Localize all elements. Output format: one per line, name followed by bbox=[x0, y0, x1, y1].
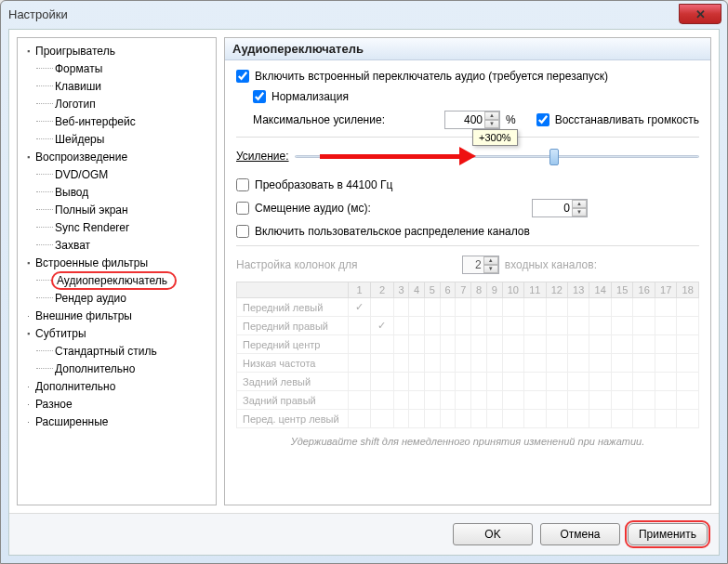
channel-cell bbox=[349, 373, 371, 391]
expander-icon[interactable]: ▪ bbox=[23, 151, 33, 162]
channel-cell bbox=[524, 335, 546, 354]
tree-item[interactable]: DVD/OGM bbox=[20, 165, 214, 183]
slider-thumb[interactable] bbox=[549, 149, 559, 165]
tree-connector bbox=[36, 227, 53, 228]
channel-name: Перед. центр левый bbox=[237, 410, 349, 428]
tree-item-label: Sync Renderer bbox=[55, 221, 129, 234]
tree-item[interactable]: Логотип bbox=[20, 95, 214, 112]
channel-cell bbox=[471, 391, 487, 410]
channel-col-header: 9 bbox=[486, 282, 502, 298]
enable-builtin-checkbox[interactable] bbox=[236, 70, 249, 83]
channel-cell bbox=[611, 298, 632, 317]
channel-cell bbox=[633, 410, 655, 428]
normalization-label: Нормализация bbox=[271, 90, 349, 103]
settings-panel: Аудиопереключатель Включить встроенный п… bbox=[224, 37, 711, 505]
max-gain-input-wrap: ▲▼ bbox=[444, 111, 500, 129]
tree-item[interactable]: Дополнительно bbox=[20, 360, 214, 377]
tree-item-label: Логотип bbox=[55, 98, 96, 111]
restore-volume-label: Восстанавливать громкость bbox=[555, 113, 699, 126]
gain-slider[interactable] bbox=[295, 147, 699, 165]
channel-cell bbox=[568, 335, 589, 354]
channel-cell bbox=[524, 317, 546, 335]
tree-item[interactable]: Sync Renderer bbox=[20, 218, 214, 236]
normalization-checkbox[interactable] bbox=[253, 90, 266, 103]
settings-window: Настройки ✕ ▪ПроигрывательФорматыКлавиши… bbox=[0, 0, 728, 564]
channel-cell bbox=[677, 317, 699, 335]
custom-channels-checkbox[interactable] bbox=[236, 225, 249, 238]
cancel-button[interactable]: Отмена bbox=[540, 523, 620, 545]
channel-cell bbox=[486, 317, 502, 335]
channel-cell bbox=[633, 354, 655, 373]
ok-button[interactable]: OK bbox=[453, 523, 533, 545]
channel-cell bbox=[371, 298, 393, 317]
tree-item[interactable]: Захват bbox=[20, 236, 214, 254]
enable-builtin-label: Включить встроенный переключатель аудио … bbox=[255, 70, 608, 83]
channel-cell bbox=[546, 317, 567, 335]
tree-item[interactable]: ▪Субтитры bbox=[20, 324, 214, 342]
tree-item[interactable]: Клавиши bbox=[20, 77, 214, 95]
convert-44100-checkbox[interactable] bbox=[236, 178, 249, 191]
expander-icon[interactable]: ▪ bbox=[23, 46, 33, 56]
channel-cell bbox=[502, 391, 523, 410]
max-gain-spinner[interactable]: ▲▼ bbox=[484, 111, 499, 128]
audio-offset-spinner[interactable]: ▲▼ bbox=[572, 200, 587, 216]
audio-offset-checkbox[interactable] bbox=[236, 202, 249, 215]
channel-cell bbox=[371, 373, 393, 391]
channel-cell bbox=[589, 410, 611, 428]
channel-cell bbox=[677, 410, 699, 428]
tree-item[interactable]: ▪Воспроизведение bbox=[20, 148, 214, 165]
channel-cell bbox=[349, 335, 371, 354]
tree-connector bbox=[36, 138, 53, 139]
channel-cell bbox=[568, 373, 589, 391]
channel-cell bbox=[611, 317, 632, 335]
titlebar[interactable]: Настройки ✕ bbox=[1, 1, 727, 27]
settings-tree[interactable]: ▪ПроигрывательФорматыКлавишиЛоготипВеб-и… bbox=[17, 37, 217, 505]
tree-item-label: DVD/OGM bbox=[55, 168, 108, 181]
tree-item[interactable]: Аудиопереключатель bbox=[20, 271, 214, 289]
channel-cell bbox=[371, 354, 393, 373]
close-icon: ✕ bbox=[695, 7, 706, 21]
apply-button[interactable]: Применить bbox=[628, 523, 708, 545]
channel-cell bbox=[502, 298, 523, 317]
tree-item[interactable]: ·Разное bbox=[20, 395, 214, 413]
expander-icon[interactable]: · bbox=[23, 399, 33, 409]
tree-item[interactable]: ▪Встроенные фильтры bbox=[20, 254, 214, 271]
expander-icon[interactable]: · bbox=[23, 416, 33, 426]
tree-item[interactable]: Шейдеры bbox=[20, 130, 214, 148]
tree-item[interactable]: ·Внешние фильтры bbox=[20, 307, 214, 324]
channel-col-header: 7 bbox=[456, 282, 471, 298]
tree-item[interactable]: ·Дополнительно bbox=[20, 377, 214, 395]
expander-icon[interactable]: ▪ bbox=[23, 257, 33, 268]
audio-offset-input-wrap: ▲▼ bbox=[532, 199, 588, 217]
tree-item[interactable]: Рендер аудио bbox=[20, 289, 214, 307]
tree-item[interactable]: Веб-интерфейс bbox=[20, 112, 214, 130]
channel-cell bbox=[568, 317, 589, 335]
button-bar: OK Отмена Применить bbox=[9, 513, 719, 555]
tree-item[interactable]: ▪Проигрыватель bbox=[20, 42, 214, 59]
channel-cell bbox=[409, 354, 425, 373]
channel-cell bbox=[349, 317, 371, 335]
expander-icon[interactable]: · bbox=[23, 310, 33, 321]
tree-item[interactable]: ·Расширенные bbox=[20, 413, 214, 430]
tree-item[interactable]: Вывод bbox=[20, 183, 214, 201]
channel-cell bbox=[456, 391, 471, 410]
tree-connector bbox=[36, 191, 53, 192]
channel-cell bbox=[502, 354, 523, 373]
expander-icon[interactable]: ▪ bbox=[23, 328, 33, 338]
tree-item[interactable]: Форматы bbox=[20, 59, 214, 77]
channel-cell bbox=[409, 373, 425, 391]
tree-item[interactable]: Стандартный стиль bbox=[20, 342, 214, 360]
channel-col-header: 18 bbox=[677, 282, 699, 298]
channel-cell bbox=[471, 410, 487, 428]
separator bbox=[236, 137, 699, 138]
channel-cell bbox=[349, 410, 371, 428]
tree-connector bbox=[36, 121, 53, 122]
tree-item[interactable]: Полный экран bbox=[20, 201, 214, 218]
columns-input-wrap: ▲▼ bbox=[462, 256, 499, 274]
restore-volume-checkbox[interactable] bbox=[536, 113, 549, 126]
expander-icon[interactable]: · bbox=[23, 381, 33, 391]
tree-item-label: Захват bbox=[55, 239, 90, 252]
channel-cell bbox=[655, 410, 676, 428]
close-button[interactable]: ✕ bbox=[679, 4, 721, 24]
channel-col-header: 10 bbox=[502, 282, 523, 298]
